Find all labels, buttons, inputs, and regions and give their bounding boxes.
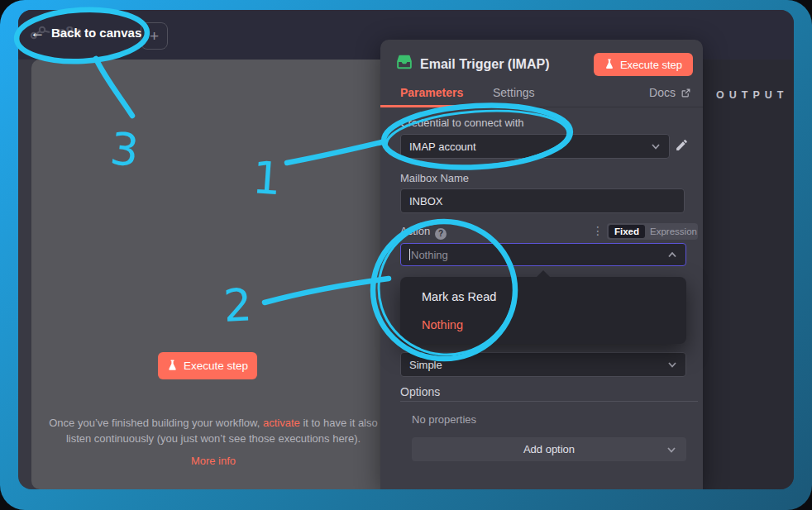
execute-step-label: Execute step — [620, 59, 682, 71]
help-icon[interactable]: ? — [435, 228, 447, 240]
back-to-canvas-label: Back to canvas — [51, 26, 141, 40]
screenshot-root: n8n ← Back to canvas + Execute step Once… — [0, 0, 812, 510]
email-inbox-icon — [395, 54, 413, 70]
action-select[interactable]: Nothing — [400, 243, 686, 266]
chevron-down-icon — [651, 141, 661, 151]
note-text-pre: Once you’ve finished building your workf… — [49, 417, 263, 429]
credential-select[interactable]: IMAP account — [400, 134, 670, 159]
options-divider — [400, 401, 698, 402]
format-select[interactable]: Simple — [400, 352, 686, 377]
action-value: Nothing — [411, 249, 448, 261]
action-param-row: Action? ⋮ Fixed Expression — [380, 223, 703, 240]
mode-fixed-button[interactable]: Fixed — [609, 225, 645, 238]
action-dropdown-popup: Mark as Read Nothing — [400, 277, 686, 344]
docs-label: Docs — [649, 86, 676, 99]
docs-link[interactable]: Docs — [649, 86, 691, 99]
back-to-canvas-button[interactable]: ← Back to canvas — [30, 25, 141, 40]
n8n-app-window: n8n ← Back to canvas + Execute step Once… — [18, 10, 794, 489]
node-title: Email Trigger (IMAP) — [420, 57, 549, 72]
add-option-label: Add option — [523, 443, 575, 455]
chevron-down-icon — [667, 360, 677, 369]
action-label: Action — [400, 225, 430, 237]
text-cursor — [409, 249, 410, 260]
chevron-down-icon — [666, 445, 676, 455]
note-text-post: it to have it — [300, 417, 355, 429]
node-header: Email Trigger (IMAP) Execute step — [380, 40, 703, 79]
panel-tabs: Parameters Settings Docs — [380, 79, 703, 107]
execute-step-button-canvas[interactable]: Execute step — [158, 352, 257, 379]
mailbox-value: INBOX — [409, 195, 442, 207]
tab-parameters[interactable]: Parameters — [400, 86, 463, 99]
mailbox-name-input[interactable]: INBOX — [400, 188, 685, 213]
activate-link[interactable]: activate — [263, 417, 300, 429]
add-option-button[interactable]: Add option — [412, 437, 686, 461]
add-tab-button[interactable]: + — [141, 22, 168, 50]
tab-settings[interactable]: Settings — [493, 86, 535, 99]
chevron-up-icon — [667, 250, 677, 260]
dropdown-option-mark-as-read[interactable]: Mark as Read — [422, 290, 496, 303]
execute-step-label: Execute step — [184, 360, 248, 372]
no-properties-text: No properties — [412, 413, 476, 426]
activation-note: Once you’ve finished building your workf… — [40, 416, 387, 469]
execute-step-button-panel[interactable]: Execute step — [594, 53, 693, 76]
flask-icon — [604, 59, 614, 70]
options-section-label: Options — [400, 385, 440, 398]
credential-value: IMAP account — [409, 141, 476, 153]
credential-label: Credential to connect with — [400, 117, 524, 129]
format-value: Simple — [409, 359, 442, 371]
flask-icon — [167, 360, 178, 372]
output-panel: OUTPUT — [703, 60, 794, 489]
pencil-icon — [675, 138, 689, 152]
mode-expression-button[interactable]: Expression — [645, 226, 702, 236]
kebab-menu-icon[interactable]: ⋮ — [592, 224, 604, 237]
active-tab-underline — [380, 105, 473, 107]
back-arrow-icon: ← — [30, 25, 45, 40]
edit-credential-button[interactable] — [675, 138, 689, 155]
output-panel-label: OUTPUT — [716, 89, 788, 101]
mailbox-label: Mailbox Name — [400, 172, 469, 184]
gradient-frame: n8n ← Back to canvas + Execute step Once… — [0, 0, 812, 510]
dropdown-option-nothing[interactable]: Nothing — [422, 318, 463, 331]
external-link-icon — [681, 88, 691, 98]
node-settings-panel: Email Trigger (IMAP) Execute step Parame… — [380, 40, 703, 489]
more-info-link[interactable]: More info — [40, 454, 387, 469]
fixed-expression-toggle: Fixed Expression — [607, 223, 698, 240]
